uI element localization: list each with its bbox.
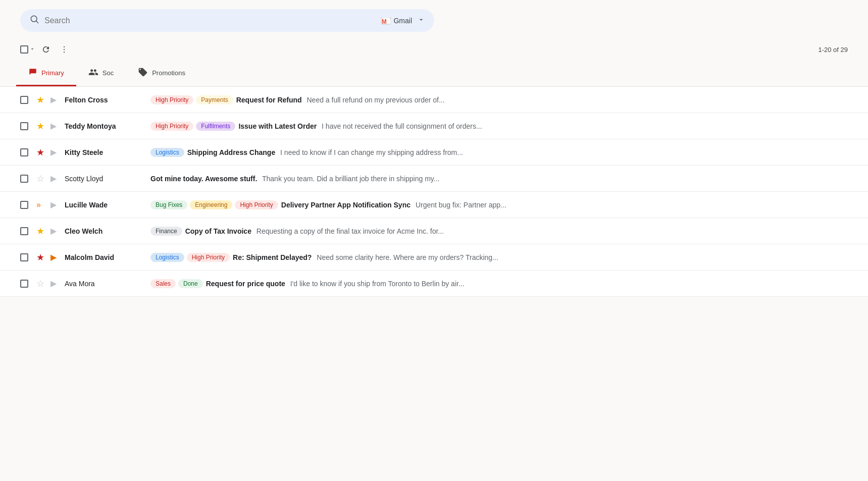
sender-name: Cleo Welch <box>65 227 150 235</box>
email-tags: SalesDone <box>150 279 203 288</box>
email-content: SalesDone Request for price quote I'd li… <box>150 279 848 288</box>
select-dropdown-icon[interactable] <box>29 45 35 54</box>
star-icon[interactable]: ☆ <box>36 173 44 184</box>
important-marker[interactable]: ▶ <box>50 279 57 288</box>
email-row[interactable]: ★ ▶ Cleo Welch Finance Copy of Tax Invoi… <box>0 218 868 244</box>
email-row[interactable]: ☆ ▶ Ava Mora SalesDone Request for price… <box>0 271 868 297</box>
email-row[interactable]: ★ ▶ Teddy Montoya High PriorityFulfilmen… <box>0 113 868 139</box>
tag-fulfilments[interactable]: Fulfilments <box>196 122 235 131</box>
email-content: Bug FixesEngineeringHigh Priority Delive… <box>150 200 848 209</box>
select-all-wrap[interactable] <box>20 45 35 54</box>
important-marker[interactable]: ▶ <box>50 147 57 157</box>
tag-bug-fixes[interactable]: Bug Fixes <box>150 200 187 209</box>
sender-name: Kitty Steele <box>65 148 150 156</box>
email-row[interactable]: ★ ▶ Malcolm David LogisticsHigh Priority… <box>0 244 868 271</box>
tab-promotions[interactable]: Promotions <box>126 60 197 86</box>
important-icon[interactable]: » <box>36 200 41 209</box>
star-col: ★ <box>36 252 50 263</box>
important-marker[interactable]: ▶ <box>50 226 57 236</box>
email-row[interactable]: ★ ▶ Kitty Steele Logistics Shipping Addr… <box>0 139 868 166</box>
email-subject: Request for price quote <box>206 280 285 288</box>
star-icon[interactable]: ★ <box>36 252 44 263</box>
select-all-checkbox[interactable] <box>20 45 28 54</box>
star-icon[interactable]: ★ <box>36 94 44 105</box>
important-col: ▶ <box>50 200 65 209</box>
important-marker[interactable]: ▶ <box>50 200 57 209</box>
tag-high-priority[interactable]: High Priority <box>187 253 230 262</box>
svg-text:M: M <box>382 18 387 25</box>
important-marker[interactable]: ▶ <box>50 95 57 104</box>
important-col: ▶ <box>50 95 65 104</box>
checkbox-col <box>20 148 36 156</box>
tab-primary-icon <box>28 68 37 78</box>
tag-sales[interactable]: Sales <box>150 279 176 288</box>
email-subject: Re: Shipment Delayed? <box>233 253 312 261</box>
important-marker[interactable]: ▶ <box>50 121 57 131</box>
star-icon[interactable]: ★ <box>36 147 44 158</box>
email-content: High PriorityFulfilments Issue with Late… <box>150 122 848 131</box>
refresh-button[interactable] <box>38 42 54 57</box>
page-count: 1-20 of 29 <box>818 46 848 54</box>
email-subject: Issue with Latest Order <box>238 122 317 130</box>
checkbox-col <box>20 227 36 235</box>
sender-name: Malcolm David <box>65 253 150 261</box>
tab-social-icon <box>88 67 98 79</box>
important-marker[interactable]: ▶ <box>50 252 57 262</box>
star-col: ★ <box>36 226 50 237</box>
checkbox-col <box>20 253 36 261</box>
email-snippet: Thank you team. Did a brilliant job ther… <box>260 175 439 183</box>
sender-name: Felton Cross <box>65 96 150 104</box>
email-checkbox[interactable] <box>20 280 28 288</box>
email-tags: High PriorityFulfilments <box>150 122 235 131</box>
important-col: ▶ <box>50 121 65 131</box>
tag-high-priority[interactable]: High Priority <box>235 200 278 209</box>
search-bar[interactable]: M Gmail <box>20 9 434 32</box>
email-snippet: I'd like to know if you ship from Toront… <box>288 280 465 288</box>
email-snippet: I have not received the full consignment… <box>320 122 482 130</box>
tag-engineering[interactable]: Engineering <box>190 200 232 209</box>
email-checkbox[interactable] <box>20 148 28 156</box>
email-content: LogisticsHigh Priority Re: Shipment Dela… <box>150 253 848 262</box>
email-row[interactable]: ☆ ▶ Scotty Lloyd Got mine today. Awesome… <box>0 166 868 192</box>
tag-finance[interactable]: Finance <box>150 227 182 236</box>
tab-primary[interactable]: Primary <box>16 60 76 86</box>
email-checkbox[interactable] <box>20 201 28 209</box>
svg-point-5 <box>64 49 65 50</box>
email-tags: High PriorityPayments <box>150 95 233 104</box>
tab-promotions-icon <box>138 67 148 79</box>
important-col: ▶ <box>50 226 65 236</box>
tag-done[interactable]: Done <box>178 279 203 288</box>
email-checkbox[interactable] <box>20 253 28 261</box>
search-input[interactable] <box>44 16 371 25</box>
email-checkbox[interactable] <box>20 175 28 183</box>
star-col: ★ <box>36 94 50 105</box>
more-options-button[interactable] <box>57 42 72 57</box>
search-dropdown-icon[interactable] <box>417 16 425 25</box>
tag-payments[interactable]: Payments <box>196 95 233 104</box>
email-snippet: I need to know if I can change my shippi… <box>278 148 463 156</box>
email-tags: Bug FixesEngineeringHigh Priority <box>150 200 278 209</box>
tag-logistics[interactable]: Logistics <box>150 148 184 157</box>
email-content: Logistics Shipping Address Change I need… <box>150 148 848 157</box>
email-checkbox[interactable] <box>20 96 28 104</box>
star-icon[interactable]: ★ <box>36 226 44 237</box>
sender-name: Lucille Wade <box>65 201 150 209</box>
email-tags: Logistics <box>150 148 184 157</box>
email-checkbox[interactable] <box>20 122 28 130</box>
important-marker[interactable]: ▶ <box>50 174 57 183</box>
star-col: ☆ <box>36 173 50 184</box>
tab-social[interactable]: Soc <box>76 60 126 86</box>
tag-logistics[interactable]: Logistics <box>150 253 184 262</box>
checkbox-col <box>20 201 36 209</box>
star-icon[interactable]: ☆ <box>36 278 44 289</box>
star-col: ★ <box>36 121 50 132</box>
svg-point-4 <box>64 46 65 47</box>
email-row[interactable]: » ▶ Lucille Wade Bug FixesEngineeringHig… <box>0 192 868 218</box>
sender-name: Teddy Montoya <box>65 122 150 130</box>
important-col: ▶ <box>50 147 65 157</box>
tag-high-priority[interactable]: High Priority <box>150 95 193 104</box>
star-icon[interactable]: ★ <box>36 121 44 132</box>
tag-high-priority[interactable]: High Priority <box>150 122 193 131</box>
email-row[interactable]: ★ ▶ Felton Cross High PriorityPayments R… <box>0 87 868 113</box>
email-checkbox[interactable] <box>20 227 28 235</box>
